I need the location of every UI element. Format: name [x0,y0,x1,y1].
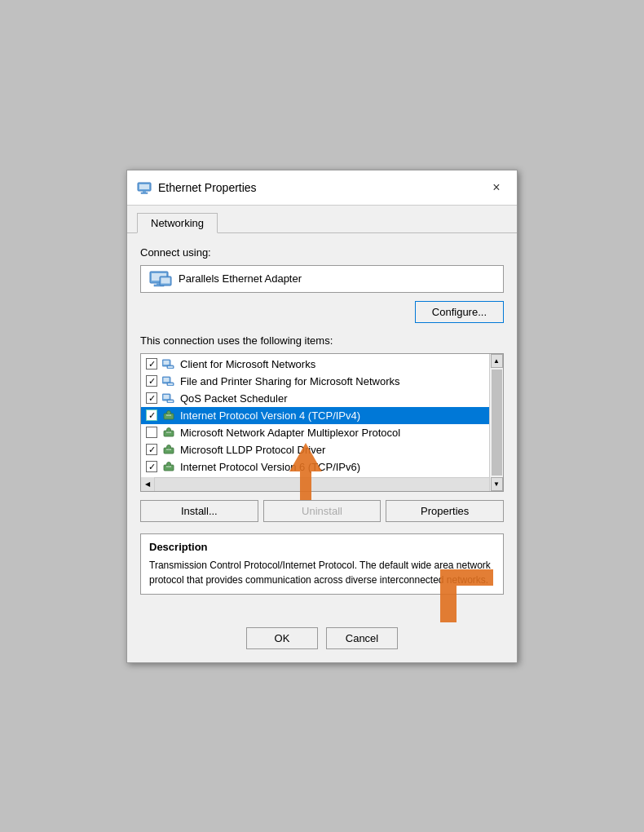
checkbox-multiplexor[interactable] [146,427,157,438]
configure-button[interactable]: Configure... [415,301,504,323]
uninstall-button[interactable]: Uninstall [263,500,382,522]
ethernet-title-icon [137,180,152,195]
item-label-ipv4: Internet Protocol Version 4 (TCP/IPv4) [180,409,484,422]
items-list: Client for Microsoft Networks Fil [141,354,489,477]
scroll-track [155,478,489,491]
configure-row: Configure... [140,301,504,323]
item-label-lldp: Microsoft LLDP Protocol Driver [180,444,484,456]
green-network-icon [162,462,175,471]
tab-bar: Networking [127,206,517,233]
svg-rect-11 [164,361,170,365]
bottom-buttons: OK Cancel [127,621,517,662]
green-network-icon [162,427,175,437]
adapter-icon [149,271,172,287]
item-label-fileprint: File and Printer Sharing for Microsoft N… [180,375,484,387]
checkbox-qos[interactable] [146,392,157,404]
svg-rect-15 [164,378,170,382]
connect-using-label: Connect using: [140,246,504,259]
checkbox-client[interactable] [146,358,157,370]
list-item[interactable]: File and Printer Sharing for Microsoft N… [141,373,489,390]
svg-point-29 [167,445,171,449]
items-list-container: Client for Microsoft Networks Fil [140,353,504,492]
green-network-icon [162,410,175,420]
title-bar-left: Ethernet Properties [137,180,257,195]
svg-point-23 [167,411,171,415]
ethernet-properties-dialog: Ethernet Properties × Networking Connect… [126,170,518,663]
svg-rect-17 [168,383,173,385]
description-title: Description [149,541,495,553]
networking-tab[interactable]: Networking [137,213,218,233]
svg-rect-3 [141,193,148,194]
network-item-icon [162,359,175,369]
scroll-left-button[interactable]: ◀ [141,477,155,491]
list-inner: Client for Microsoft Networks Fil [141,354,489,477]
svg-rect-19 [164,395,170,399]
close-button[interactable]: × [486,177,507,198]
checkbox-ipv6[interactable] [146,461,157,472]
horizontal-scrollbar[interactable]: ◀ ▶ [141,477,503,491]
svg-point-26 [167,428,171,432]
properties-button[interactable]: Properties [386,500,504,522]
svg-rect-21 [168,401,173,402]
dialog-title: Ethernet Properties [158,181,257,194]
svg-rect-1 [139,184,149,189]
cancel-button[interactable]: Cancel [326,627,398,649]
network-item-icon [162,393,175,403]
list-item[interactable]: Microsoft Network Adapter Multiplexor Pr… [141,424,489,441]
list-item[interactable]: Client for Microsoft Networks [141,356,489,373]
green-network-icon [162,445,175,454]
adapter-box: Parallels Ethernet Adapter [140,265,504,293]
item-label-qos: QoS Packet Scheduler [180,392,484,405]
checkbox-lldp[interactable] [146,444,157,455]
checkbox-fileprint[interactable] [146,375,157,387]
network-item-icon [162,376,175,386]
item-label-client: Client for Microsoft Networks [180,358,484,370]
list-item[interactable]: Internet Protocol Version 6 (TCP/IPv6) [141,458,489,476]
install-button[interactable]: Install... [140,500,258,522]
items-label: This connection uses the following items… [140,334,504,347]
item-label-multiplexor: Microsoft Network Adapter Multiplexor Pr… [180,427,484,439]
checkbox-ipv4[interactable]: ✓ [146,409,157,421]
list-item-selected[interactable]: ✓ Internet Protocol Version 4 (TCP/IPv4) [141,407,489,424]
list-item[interactable]: QoS Packet Scheduler [141,390,489,407]
svg-rect-9 [161,277,170,283]
svg-point-32 [167,462,171,467]
svg-rect-2 [143,191,146,193]
dialog-wrapper: Ethernet Properties × Networking Connect… [126,170,518,663]
adapter-name: Parallels Ethernet Adapter [179,272,302,285]
ok-button[interactable]: OK [246,627,318,649]
item-label-ipv6: Internet Protocol Version 6 (TCP/IPv6) [180,461,484,473]
scroll-up-button[interactable]: ▲ [491,354,503,368]
title-bar: Ethernet Properties × [127,170,517,206]
svg-rect-13 [168,366,173,368]
description-group: Description Transmission Control Protoco… [140,533,504,595]
action-buttons-row: Install... Uninstall Properties [140,500,504,522]
scroll-down-button[interactable]: ▼ [491,477,503,491]
list-item[interactable]: Microsoft LLDP Protocol Driver [141,441,489,458]
vertical-scrollbar[interactable]: ▲ ▼ [489,354,503,491]
dialog-content: Connect using: Parallels Ethernet Adapte… [127,233,517,621]
description-text: Transmission Control Protocol/Internet P… [149,558,495,587]
